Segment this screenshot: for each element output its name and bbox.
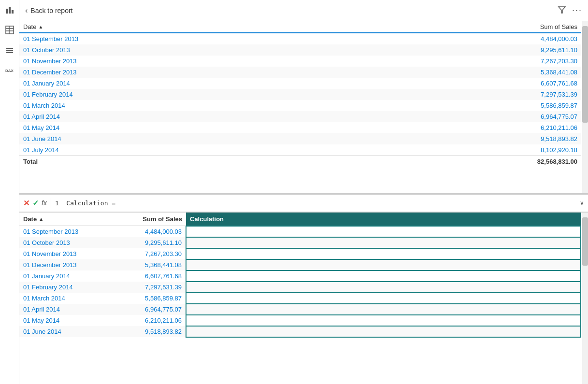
upper-sales-header[interactable]: Sum of Sales <box>126 21 581 33</box>
lower-table-row: 01 February 2014 7,297,531.39 <box>19 282 581 293</box>
lower-table-row: 01 September 2013 4,484,000.03 <box>19 226 581 238</box>
lower-sales-cell: 4,484,000.03 <box>109 226 186 238</box>
lower-calc-cell[interactable] <box>186 226 581 238</box>
formula-collapse-icon[interactable]: ∨ <box>580 199 584 206</box>
lower-table-wrapper: Date ▲ Sum of Sales Calculation <box>19 213 588 338</box>
date-cell: 01 November 2013 <box>19 56 126 67</box>
upper-data-table: Date ▲ Sum of Sales 01 September 2013 4,… <box>19 21 581 167</box>
layers-icon[interactable] <box>4 44 15 56</box>
lower-date-cell: 01 September 2013 <box>19 226 109 238</box>
lower-calc-cell[interactable] <box>186 282 581 293</box>
sales-cell: 9,518,893.82 <box>126 133 581 144</box>
total-label: Total <box>19 156 126 168</box>
lower-date-cell: 01 October 2013 <box>19 237 109 248</box>
lower-sales-cell: 6,210,211.06 <box>109 315 186 326</box>
lower-sales-cell: 9,295,611.10 <box>109 237 186 248</box>
lower-calculation-header[interactable]: Calculation <box>186 213 581 226</box>
upper-scrollbar-thumb[interactable] <box>582 26 588 123</box>
lower-calc-cell[interactable] <box>186 315 581 326</box>
svg-rect-3 <box>6 26 14 34</box>
lower-date-cell: 01 April 2014 <box>19 304 109 315</box>
main-content: ‹ Back to report ··· <box>19 0 588 384</box>
lower-data-table: Date ▲ Sum of Sales Calculation <box>19 213 581 338</box>
lower-sales-cell: 7,267,203.30 <box>109 248 186 259</box>
lower-table-row: 01 January 2014 6,607,761.68 <box>19 270 581 282</box>
formula-cancel-icon[interactable]: ✕ <box>23 199 29 208</box>
lower-table-row: 01 March 2014 5,586,859.87 <box>19 293 581 304</box>
lower-calc-cell[interactable] <box>186 259 581 270</box>
formula-section: ✕ ✓ fx ∨ <box>19 195 588 213</box>
total-row: Total 82,568,831.00 <box>19 156 581 168</box>
lower-sales-cell: 7,297,531.39 <box>109 282 186 293</box>
lower-sales-cell: 6,607,761.68 <box>109 270 186 282</box>
svg-rect-7 <box>6 48 13 49</box>
table-row: 01 November 2013 7,267,203.30 <box>19 56 581 67</box>
table-row: 01 January 2014 6,607,761.68 <box>19 78 581 89</box>
lower-table-row: 01 October 2013 9,295,611.10 <box>19 237 581 248</box>
formula-action-icons: ✕ ✓ fx <box>23 199 47 208</box>
lower-sales-cell: 6,964,775.07 <box>109 304 186 315</box>
lower-calc-cell[interactable] <box>186 293 581 304</box>
svg-rect-9 <box>6 52 13 53</box>
topbar-right: ··· <box>558 5 582 16</box>
sales-cell: 8,102,920.18 <box>126 144 581 156</box>
upper-scrollbar[interactable] <box>582 21 588 193</box>
lower-sales-header[interactable]: Sum of Sales <box>109 213 186 226</box>
lower-sales-cell: 5,586,859.87 <box>109 293 186 304</box>
sales-cell: 6,210,211.06 <box>126 122 581 133</box>
date-cell: 01 February 2014 <box>19 89 126 100</box>
lower-date-cell: 01 June 2014 <box>19 326 109 337</box>
lower-table-row: 01 April 2014 6,964,775.07 <box>19 304 581 315</box>
lower-scrollbar[interactable] <box>582 213 588 384</box>
lower-scrollbar-thumb[interactable] <box>582 217 588 266</box>
dax-icon[interactable]: DAX <box>4 65 15 76</box>
svg-marker-10 <box>559 7 565 13</box>
sales-cell: 5,368,441.08 <box>126 67 581 78</box>
date-cell: 01 March 2014 <box>19 100 126 111</box>
lower-date-header[interactable]: Date ▲ <box>19 213 109 226</box>
upper-date-header[interactable]: Date ▲ <box>19 21 126 33</box>
formula-input[interactable] <box>55 199 576 207</box>
date-cell: 01 January 2014 <box>19 78 126 89</box>
lower-sales-cell: 9,518,893.82 <box>109 326 186 337</box>
lower-date-cell: 01 May 2014 <box>19 315 109 326</box>
filter-icon[interactable] <box>558 5 566 16</box>
sidebar: DAX <box>0 0 19 384</box>
more-options-icon[interactable]: ··· <box>572 5 582 15</box>
lower-table-row: 01 May 2014 6,210,211.06 <box>19 315 581 326</box>
back-label: Back to report <box>30 7 72 14</box>
content-area: Date ▲ Sum of Sales 01 September 2013 4,… <box>19 21 588 384</box>
date-cell: 01 September 2013 <box>19 33 126 44</box>
table-row: 01 April 2014 6,964,775.07 <box>19 111 581 122</box>
lower-date-cell: 01 December 2013 <box>19 259 109 270</box>
date-cell: 01 December 2013 <box>19 67 126 78</box>
table-row: 01 December 2013 5,368,441.08 <box>19 67 581 78</box>
formula-fx-icon[interactable]: fx <box>42 199 47 207</box>
date-cell: 01 October 2013 <box>19 44 126 56</box>
lower-sales-cell: 5,368,441.08 <box>109 259 186 270</box>
bar-chart-icon[interactable] <box>4 4 15 15</box>
lower-calc-cell[interactable] <box>186 304 581 315</box>
svg-rect-1 <box>9 7 11 14</box>
upper-table-section: Date ▲ Sum of Sales 01 September 2013 4,… <box>19 21 588 195</box>
lower-calc-cell[interactable] <box>186 248 581 259</box>
lower-table-row: 01 November 2013 7,267,203.30 <box>19 248 581 259</box>
topbar: ‹ Back to report ··· <box>19 0 588 21</box>
table-row: 01 May 2014 6,210,211.06 <box>19 122 581 133</box>
sales-cell: 9,295,611.10 <box>126 44 581 56</box>
table-icon[interactable] <box>4 24 15 36</box>
lower-calc-cell[interactable] <box>186 237 581 248</box>
formula-divider <box>51 198 51 208</box>
formula-confirm-icon[interactable]: ✓ <box>32 199 39 208</box>
table-row: 01 February 2014 7,297,531.39 <box>19 89 581 100</box>
lower-table-section: Date ▲ Sum of Sales Calculation <box>19 213 588 384</box>
table-row: 01 October 2013 9,295,611.10 <box>19 44 581 56</box>
table-row: 01 June 2014 9,518,893.82 <box>19 133 581 144</box>
date-sort-icon: ▲ <box>38 24 43 29</box>
back-chevron-icon: ‹ <box>25 6 28 15</box>
svg-rect-0 <box>6 9 8 14</box>
lower-calc-cell[interactable] <box>186 326 581 337</box>
date-cell: 01 May 2014 <box>19 122 126 133</box>
back-to-report-button[interactable]: ‹ Back to report <box>25 6 72 15</box>
lower-calc-cell[interactable] <box>186 270 581 282</box>
